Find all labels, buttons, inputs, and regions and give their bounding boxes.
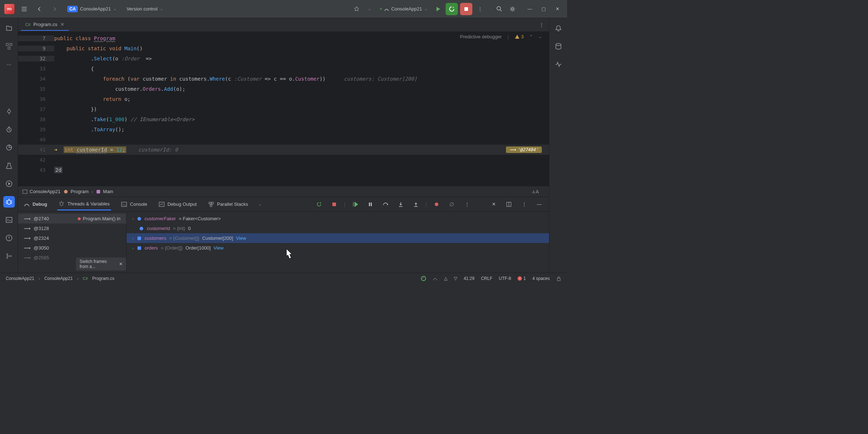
stop-button[interactable] [460,3,472,15]
status-path[interactable]: ConsoleApp21 [6,276,34,281]
chevron-down-icon[interactable]: ⌄ [364,4,375,14]
code-editor[interactable]: Predictive debugger | 3 ⌃ ⌄ 7public clas… [18,32,549,186]
nav-down-icon[interactable]: ⌄ [539,34,542,39]
breakpoint-icon[interactable] [46,147,51,152]
view-link[interactable]: View [213,245,224,251]
status-path[interactable]: Program.cs [92,276,114,281]
more-tools-icon[interactable]: ⋯ [3,59,15,70]
breadcrumb-item[interactable]: Program [63,189,89,194]
frame-switcher-popup[interactable]: Switch frames from a...✕ [76,258,126,271]
more-icon[interactable]: ⋮ [519,199,529,210]
project-selector[interactable]: CA ConsoleApp21 ⌄ [64,4,119,14]
vcs-selector[interactable]: Version control ⌄ [124,5,166,13]
database-icon[interactable] [553,41,564,52]
pause-icon[interactable] [365,199,376,210]
rerun-icon[interactable] [314,199,324,210]
notifications-icon[interactable] [553,22,564,34]
project-icon[interactable] [3,22,15,34]
encoding[interactable]: UTF-8 [499,276,511,281]
timer-icon[interactable] [3,124,15,135]
font-size-control[interactable]: AA [532,189,545,195]
threads-list: ⟿@2740Program.Main() in ⟿@3128 ⟿@2324 ⟿@… [18,212,127,273]
predictive-debugger-label[interactable]: Predictive debugger [460,34,502,39]
variable-row[interactable]: ›customers = {Customer[]} Customer[200] … [127,233,549,243]
more-icon[interactable]: ⋮ [461,199,472,210]
left-toolbar: ⋯ [0,18,18,273]
terminal-icon[interactable] [3,214,15,226]
breadcrumb-item[interactable]: ConsoleApp21 [22,189,60,194]
indent-setting[interactable]: 4 spaces [532,276,550,281]
status-path[interactable]: ConsoleApp21 [44,276,73,281]
close-icon[interactable]: ✕ [552,4,563,14]
thread-item[interactable]: ⟿@3128 [18,224,126,233]
run-config-selector[interactable]: ● ConsoleApp21 ⌄ [377,5,430,13]
cursor-position[interactable]: 41:29 [464,276,475,281]
view-link[interactable]: View [236,235,246,241]
gear-icon[interactable] [507,4,518,14]
close-tab-icon[interactable]: ✕ [60,22,64,27]
build-icon[interactable] [351,4,362,14]
code-breadcrumb: ConsoleApp21 Program › Main AA [18,186,549,197]
status-skip-icon[interactable] [433,276,438,281]
variable-row[interactable]: customerId = {int} 0 [127,224,549,233]
restart-button[interactable] [446,3,458,15]
chevron-down-icon[interactable]: ⌄ [258,202,261,207]
back-icon[interactable] [34,4,45,14]
svg-rect-24 [210,205,212,207]
svg-rect-34 [137,246,141,250]
stop-icon[interactable] [329,199,340,210]
commit-icon[interactable] [3,106,15,117]
forward-icon[interactable] [49,4,60,14]
variable-row[interactable]: ›customerFaker = Faker<Customer> [127,214,549,224]
svg-rect-4 [10,43,12,46]
hamburger-icon[interactable] [19,4,30,14]
problems-icon[interactable] [3,232,15,244]
file-tab[interactable]: C# Program.cs ✕ [21,19,69,31]
close-icon[interactable]: ✕ [119,261,123,267]
debug-tab-threads[interactable]: Threads & Variables [57,198,111,210]
minimize-icon[interactable]: — [524,4,535,14]
debug-tab-stacks[interactable]: Parallel Stacks [207,199,250,210]
thread-item[interactable]: ⟿@2324 [18,233,126,243]
mute-breakpoints-icon[interactable] [446,199,457,210]
view-breakpoints-icon[interactable] [431,199,442,210]
maximize-icon[interactable]: ▢ [538,4,549,14]
debug-tab-output[interactable]: Debug Output [157,199,198,210]
error-count[interactable]: !1 [518,276,526,281]
nav-down-icon[interactable]: ▽ [454,276,457,281]
line-separator[interactable]: CRLF [481,276,492,281]
minimize-panel-icon[interactable]: — [534,199,545,210]
nav-up-icon[interactable]: △ [444,276,447,281]
thread-item[interactable]: ⟿@3050 [18,243,126,253]
pulse-icon[interactable] [553,59,564,70]
tab-more-icon[interactable]: ⋮ [538,20,549,30]
debug-tool-icon[interactable] [3,196,15,208]
tests-icon[interactable] [3,160,15,171]
run-icon[interactable] [433,4,443,14]
more-icon[interactable]: ⋮ [475,4,485,14]
thread-item[interactable]: ⟿@2740Program.Main() in [18,214,126,224]
git-icon[interactable] [3,250,15,262]
search-icon[interactable] [494,4,505,14]
status-ok-icon[interactable] [421,276,426,281]
step-over-icon[interactable] [380,199,391,210]
warnings-badge[interactable]: 3 [515,34,524,39]
profiler-icon[interactable] [3,142,15,153]
variable-row[interactable]: ›orders = {Order[]} Order[1000] View [127,243,549,253]
svg-point-32 [140,227,143,230]
layout-icon[interactable] [503,199,514,210]
run-tool-icon[interactable] [3,178,15,190]
lock-icon[interactable] [556,276,561,281]
structure-icon[interactable] [3,41,15,52]
step-out-icon[interactable] [410,199,421,210]
breadcrumb-item[interactable]: Main [96,189,113,194]
csharp-icon: C# [83,276,88,281]
close-panel-icon[interactable]: ✕ [488,199,499,210]
resume-icon[interactable] [350,199,361,210]
thread-marker[interactable]: ⟿'@27404' [506,146,542,153]
step-into-icon[interactable] [395,199,406,210]
debug-tab-main[interactable]: Debug [22,199,48,210]
nav-up-icon[interactable]: ⌃ [529,34,533,39]
debug-tab-console[interactable]: Console [120,199,149,210]
project-name: ConsoleApp21 [80,6,111,12]
